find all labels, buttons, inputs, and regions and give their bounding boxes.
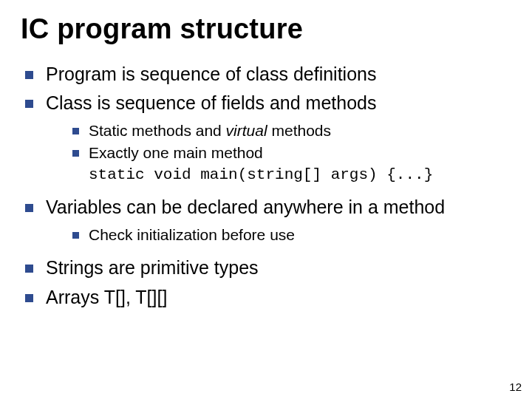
sub-text: Static methods and <box>89 122 226 139</box>
sub-text: methods <box>267 122 331 139</box>
sub-text-italic: virtual <box>226 122 267 139</box>
slide-title: IC program structure <box>21 13 511 46</box>
code-text: static void main(string[] args) {...} <box>89 166 433 183</box>
page-number: 12 <box>509 381 522 393</box>
bullet-item: Arrays T[], T[][] <box>21 285 511 310</box>
bullet-text: Class is sequence of fields and methods <box>46 92 376 113</box>
sub-bullet-item: Exactly one main method static void main… <box>46 143 511 185</box>
sub-bullet-list: Static methods and virtual methods Exact… <box>46 120 511 185</box>
sub-bullet-item: Static methods and virtual methods <box>46 120 511 141</box>
sub-text: Exactly one main method <box>89 144 263 161</box>
bullet-text: Variables can be declared anywhere in a … <box>46 197 445 217</box>
bullet-item: Program is sequence of class definitions <box>21 62 511 87</box>
sub-bullet-list: Check initialization before use <box>46 225 511 245</box>
bullet-list: Program is sequence of class definitions… <box>21 62 511 310</box>
sub-bullet-item: Check initialization before use <box>46 225 511 245</box>
bullet-item: Strings are primitive types <box>21 256 511 281</box>
bullet-item: Class is sequence of fields and methods … <box>21 91 511 185</box>
bullet-item: Variables can be declared anywhere in a … <box>21 195 511 245</box>
